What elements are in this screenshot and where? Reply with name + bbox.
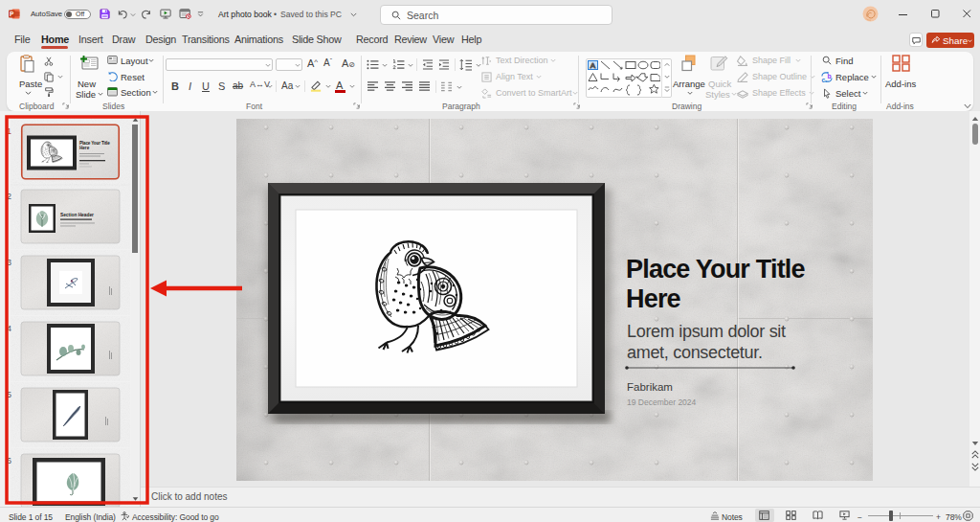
svg-text:c: c — [822, 77, 826, 82]
svg-text:6: 6 — [7, 456, 11, 465]
svg-text:P: P — [10, 11, 14, 17]
svg-text:Here: Here — [79, 146, 90, 150]
svg-text:4: 4 — [7, 324, 11, 333]
svg-text:1: 1 — [7, 126, 11, 136]
svg-text:3: 3 — [7, 258, 11, 267]
svg-text:2: 2 — [7, 192, 11, 201]
svg-text:Section Header: Section Header — [60, 213, 94, 217]
svg-text:Place Your Title: Place Your Title — [79, 141, 110, 146]
svg-text:A: A — [590, 61, 596, 70]
svg-text:5: 5 — [7, 390, 11, 399]
svg-text:b: b — [827, 73, 831, 79]
